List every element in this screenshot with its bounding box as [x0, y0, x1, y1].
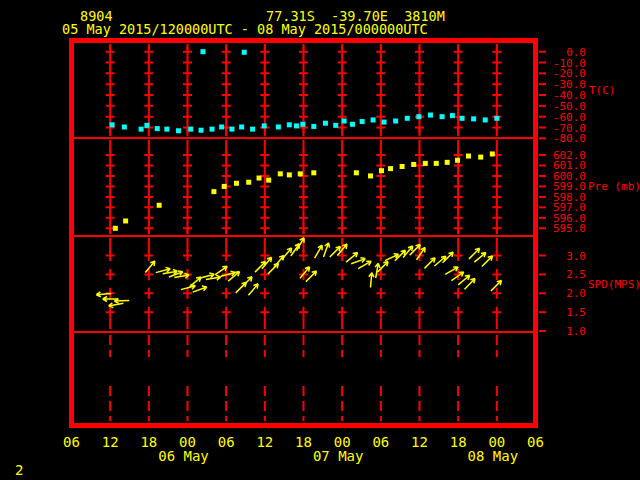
grid-plus-mark [376, 307, 385, 318]
grid-plus-mark [454, 250, 463, 261]
time-tick-label: 06 [63, 434, 80, 450]
temperature-dot [483, 117, 488, 122]
grid-plus-mark [338, 250, 347, 261]
grid-plus-mark [492, 46, 501, 57]
wind-arrow [242, 277, 253, 288]
grid-plus-mark [260, 160, 269, 171]
pressure-dot [354, 170, 359, 175]
pressure-dot [368, 173, 373, 178]
right-axis-tick-label: 1.5 [566, 306, 586, 319]
grid-plus-mark [183, 191, 192, 202]
temperature-dot [164, 127, 169, 132]
pressure-dot [278, 171, 283, 176]
wind-arrow [482, 256, 493, 267]
wind-arrow [465, 279, 476, 290]
grid-plus-mark [260, 202, 269, 213]
time-tick-label: 12 [102, 434, 119, 450]
grid-plus-mark [183, 160, 192, 171]
date-label: 08 May [468, 448, 519, 464]
grid-plus-mark [338, 288, 347, 299]
grid-plus-mark [338, 223, 347, 234]
grid-plus-mark [415, 202, 424, 213]
grid-plus-mark [454, 57, 463, 68]
grid-plus-mark [492, 68, 501, 79]
grid-plus-mark [415, 57, 424, 68]
grid-plus-mark [106, 250, 115, 261]
right-axis-tick-label: 595.0 [553, 222, 586, 235]
grid-plus-mark [338, 307, 347, 318]
grid-plus-mark [260, 90, 269, 101]
grid-plus-mark [106, 90, 115, 101]
page-number: 2 [15, 463, 23, 477]
wind-arrow [200, 273, 215, 278]
grid-plus-mark [492, 122, 501, 133]
grid-plus-mark [260, 68, 269, 79]
grid-plus-mark [144, 202, 153, 213]
grid-plus-mark [222, 46, 231, 57]
grid-plus-mark [338, 202, 347, 213]
grid-plus-mark [222, 79, 231, 90]
grid-plus-mark [376, 223, 385, 234]
grid-plus-mark [376, 100, 385, 111]
right-axis-tick-label: -80.0 [553, 132, 586, 145]
grid-plus-mark [415, 170, 424, 181]
temperature-dot [360, 119, 365, 124]
grid-plus-mark [376, 79, 385, 90]
time-tick-label: 18 [140, 434, 157, 450]
grid-plus-mark [492, 181, 501, 192]
grid-plus-mark [183, 90, 192, 101]
pressure-dot [478, 155, 483, 160]
right-axis-tick-label: 2.0 [566, 287, 586, 300]
grid-plus-mark [260, 223, 269, 234]
temperature-dot [300, 122, 305, 127]
grid-plus-mark [106, 79, 115, 90]
grid-plus-mark [299, 160, 308, 171]
grid-plus-mark [183, 68, 192, 79]
temperature-dot [333, 123, 338, 128]
grid-plus-mark [144, 160, 153, 171]
pressure-dot [123, 218, 128, 223]
temperature-dot [239, 124, 244, 129]
pressure-dot [379, 168, 384, 173]
grid-plus-mark [144, 250, 153, 261]
grid-plus-mark [492, 202, 501, 213]
grid-plus-mark [299, 100, 308, 111]
grid-plus-mark [260, 307, 269, 318]
wind-arrow [474, 253, 486, 263]
grid-plus-mark [299, 202, 308, 213]
grid-plus-mark [144, 269, 153, 280]
grid-plus-mark [222, 202, 231, 213]
grid-plus-mark [492, 57, 501, 68]
grid-plus-mark [454, 79, 463, 90]
grid-plus-mark [415, 79, 424, 90]
grid-plus-mark [338, 90, 347, 101]
grid-plus-mark [492, 79, 501, 90]
temperature-dot [350, 122, 355, 127]
time-tick-label: 12 [256, 434, 273, 450]
grid-plus-mark [492, 191, 501, 202]
temperature-dot [229, 127, 234, 132]
grid-plus-mark [260, 100, 269, 111]
grid-plus-mark [376, 68, 385, 79]
grid-plus-mark [338, 269, 347, 280]
pressure-dot [455, 158, 460, 163]
grid-plus-mark [415, 90, 424, 101]
grid-plus-mark [492, 100, 501, 111]
grid-plus-mark [299, 191, 308, 202]
grid-plus-mark [106, 191, 115, 202]
wind-arrow [291, 244, 300, 256]
pressure-dot [466, 154, 471, 159]
right-axis-tick-label: 1.0 [566, 325, 586, 338]
temperature-dot [188, 127, 193, 132]
pressure-dot [423, 161, 428, 166]
grid-plus-mark [299, 223, 308, 234]
grid-plus-mark [415, 100, 424, 111]
grid-plus-mark [376, 46, 385, 57]
grid-plus-mark [144, 46, 153, 57]
grid-plus-mark [299, 111, 308, 122]
grid-plus-mark [376, 212, 385, 223]
grid-plus-mark [376, 181, 385, 192]
grid-plus-mark [106, 160, 115, 171]
grid-plus-mark [106, 100, 115, 111]
grid-plus-mark [338, 191, 347, 202]
